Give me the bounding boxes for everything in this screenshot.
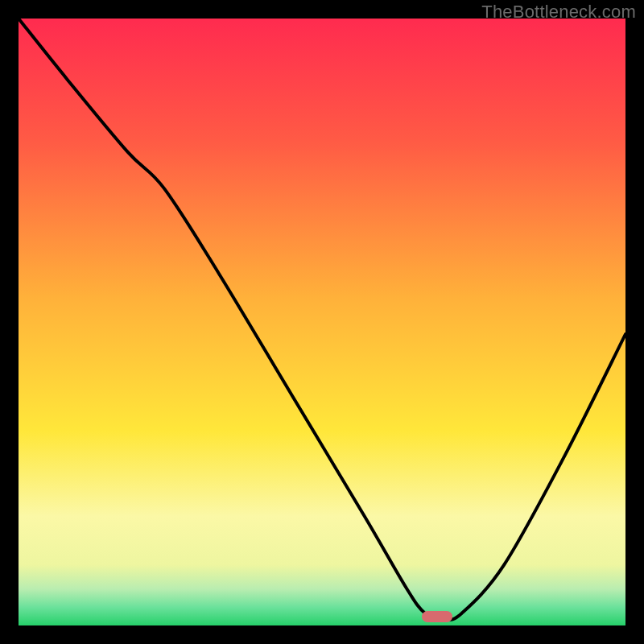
background-gradient [19,19,625,625]
watermark-text: TheBottleneck.com [481,2,636,23]
svg-rect-0 [19,19,625,625]
chart-frame: TheBottleneck.com [0,0,644,644]
plot-area [19,19,625,625]
optimal-marker [422,611,452,622]
